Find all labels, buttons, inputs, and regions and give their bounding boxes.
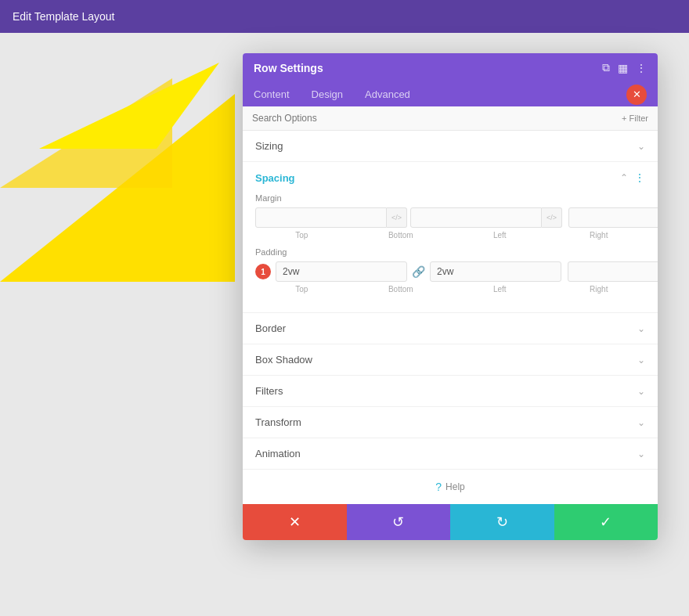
tab-advanced[interactable]: Advanced	[354, 82, 421, 106]
top-bar-title: Edit Template Layout	[13, 10, 115, 23]
cancel-button[interactable]: ✕	[243, 504, 347, 540]
spacing-section: Spacing ⌃ ⋮ Margin </>	[243, 162, 658, 313]
border-section[interactable]: Border ⌄	[243, 313, 658, 344]
help-icon: ?	[435, 481, 442, 493]
panel-content: Sizing ⌄ Spacing ⌃ ⋮ Margin	[243, 131, 658, 504]
filters-section[interactable]: Filters ⌄	[243, 376, 658, 407]
margin-left-input: </>	[568, 207, 658, 228]
tabs-row: Content Design Advanced ✕	[243, 82, 658, 106]
save-button[interactable]: ✓	[554, 504, 658, 540]
spacing-header-right: ⌃ ⋮	[620, 171, 645, 184]
modal-title: Row Settings	[254, 62, 323, 74]
padding-badge: 1	[255, 264, 271, 279]
link-icon[interactable]: 🔗	[412, 265, 425, 278]
search-input[interactable]	[252, 113, 622, 124]
padding-bottom-label: Bottom	[355, 285, 448, 294]
padding-inputs: 1 🔗 </>	[255, 261, 645, 282]
margin-left-field[interactable]	[568, 207, 658, 228]
sizing-chevron: ⌄	[637, 141, 645, 152]
spacing-chevron-up: ⌃	[620, 172, 628, 183]
row-settings-modal: Row Settings ⧉ ▦ ⋮ Content Design Advanc…	[243, 53, 658, 540]
tab-content[interactable]: Content	[243, 82, 301, 106]
spacing-more-icon[interactable]: ⋮	[634, 171, 645, 184]
box-shadow-section[interactable]: Box Shadow ⌄	[243, 344, 658, 376]
footer-buttons: ✕ ↺ ↻ ✓	[243, 504, 658, 540]
transform-label: Transform	[255, 416, 301, 428]
box-shadow-label: Box Shadow	[255, 354, 312, 366]
padding-left-label: Left	[453, 285, 547, 294]
box-shadow-chevron: ⌄	[637, 355, 645, 366]
margin-bottom-label: Bottom	[355, 231, 448, 240]
filters-chevron: ⌄	[637, 386, 645, 397]
redo-button[interactable]: ↻	[450, 504, 554, 540]
sizing-label: Sizing	[255, 140, 283, 152]
more-icon[interactable]: ⋮	[636, 62, 647, 74]
sizing-section[interactable]: Sizing ⌄	[243, 131, 658, 162]
margin-top-input: </>	[255, 207, 407, 228]
help-row: ? Help	[243, 470, 658, 504]
padding-left-field[interactable]	[568, 261, 658, 282]
filters-label: Filters	[255, 385, 283, 397]
animation-label: Animation	[255, 448, 301, 459]
tab-design[interactable]: Design	[301, 82, 354, 106]
margin-right-label: Right	[553, 231, 646, 240]
columns-icon[interactable]: ▦	[618, 62, 628, 74]
animation-section[interactable]: Animation ⌄	[243, 438, 658, 470]
reset-button[interactable]: ↺	[347, 504, 451, 540]
animation-chevron: ⌄	[637, 448, 645, 459]
margin-bottom-field[interactable]	[410, 207, 542, 228]
margin-label: Margin	[255, 193, 645, 203]
yellow-decoration	[0, 31, 235, 282]
padding-top-label: Top	[255, 285, 348, 294]
padding-bottom-field[interactable]	[430, 261, 561, 282]
filter-button[interactable]: + Filter	[622, 113, 648, 123]
margin-labels: Top Bottom Left Right	[255, 231, 645, 240]
copy-icon[interactable]: ⧉	[602, 61, 610, 74]
padding-top-field[interactable]	[276, 261, 407, 282]
transform-section[interactable]: Transform ⌄	[243, 407, 658, 438]
margin-top-unit: </>	[387, 207, 407, 228]
modal-header: Row Settings ⧉ ▦ ⋮	[243, 53, 658, 82]
spacing-body: Margin </> </>	[243, 193, 658, 312]
margin-inputs: </> </> </>	[255, 207, 645, 228]
padding-right-label: Right	[553, 285, 646, 294]
margin-top-label: Top	[255, 231, 348, 240]
top-bar: Edit Template Layout	[0, 0, 689, 33]
border-label: Border	[255, 322, 286, 334]
padding-labels: Top Bottom Left Right	[255, 285, 645, 294]
padding-label: Padding	[255, 247, 645, 257]
margin-top-field[interactable]	[255, 207, 387, 228]
padding-left-input: </>	[568, 261, 658, 282]
transform-chevron: ⌄	[637, 417, 645, 428]
margin-bottom-unit: </>	[542, 207, 562, 228]
spacing-label: Spacing	[255, 172, 295, 184]
margin-bottom-input: </>	[410, 207, 562, 228]
spacing-header[interactable]: Spacing ⌃ ⋮	[243, 162, 658, 193]
modal-close-button[interactable]: ✕	[626, 85, 647, 105]
border-chevron: ⌄	[637, 323, 645, 334]
margin-left-label: Left	[453, 231, 547, 240]
search-bar: + Filter	[243, 106, 658, 131]
modal-header-icons: ⧉ ▦ ⋮	[602, 61, 647, 74]
help-label[interactable]: Help	[446, 481, 465, 492]
